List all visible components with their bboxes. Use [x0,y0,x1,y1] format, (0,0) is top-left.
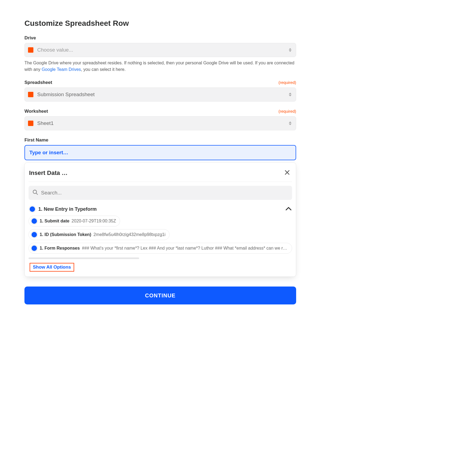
first-name-label: First Name [24,137,48,143]
typeform-icon [31,231,37,238]
data-group-header[interactable]: 1. New Entry in Typeform [29,204,292,216]
continue-button[interactable]: CONTINUE [24,287,296,304]
drive-label: Drive [24,35,36,41]
insert-data-title: Insert Data … [29,169,68,177]
field-worksheet: Worksheet (required) Sheet1 [24,109,296,130]
worksheet-value: Sheet1 [37,120,288,126]
typeform-icon [29,206,36,212]
worksheet-select[interactable]: Sheet1 [24,116,296,130]
chevron-up-icon [286,207,292,212]
sheets-icon [27,91,34,98]
typeform-icon [31,218,37,224]
sort-icon [288,121,292,125]
spreadsheet-label: Spreadsheet [24,80,52,85]
close-icon[interactable] [283,168,292,178]
form-card: Customize Spreadsheet Row Drive Choose v… [11,11,310,315]
page-title: Customize Spreadsheet Row [24,19,296,28]
spreadsheet-value: Submission Spreadsheet [37,92,288,97]
field-drive: Drive Choose value... The Google Drive w… [24,35,296,73]
drive-select[interactable]: Choose value... [24,43,296,57]
svg-line-1 [36,193,38,195]
drive-help-text: The Google Drive where your spreadsheet … [24,60,296,73]
sort-icon [288,93,292,96]
first-name-input[interactable]: Type or insert… [24,145,296,160]
field-first-name: First Name Type or insert… [24,137,296,160]
data-group-title: 1. New Entry in Typeform [38,206,283,212]
field-spreadsheet: Spreadsheet (required) Submission Spread… [24,80,296,102]
spreadsheet-required: (required) [278,80,296,85]
worksheet-required: (required) [278,109,296,114]
sheets-icon [27,47,34,53]
worksheet-label: Worksheet [24,109,48,114]
option-submit-date[interactable]: 1. Submit date 2020-07-29T19:00:35Z [29,216,120,226]
options-list: 1. Submit date 2020-07-29T19:00:35Z 1. I… [29,216,292,256]
search-icon [32,189,38,196]
option-form-responses[interactable]: 1. Form Responses ### What's your *first… [29,243,292,254]
typeform-icon [31,245,37,251]
option-submission-token[interactable]: 1. ID (Submission Token) 2me8fw5u4lh0rzi… [29,229,170,240]
search-input-wrapper[interactable] [29,186,292,200]
show-all-options-button[interactable]: Show All Options [30,263,74,272]
drive-placeholder: Choose value... [37,47,288,53]
insert-data-panel: Insert Data … 1. New Entry in Typeform 1… [24,162,296,277]
horizontal-scrollbar[interactable] [29,257,139,259]
spreadsheet-select[interactable]: Submission Spreadsheet [24,87,296,102]
team-drives-link[interactable]: Google Team Drives [42,67,81,72]
first-name-placeholder: Type or insert… [29,150,68,156]
sheets-icon [27,120,34,127]
sort-icon [288,48,292,52]
search-input[interactable] [41,190,288,196]
